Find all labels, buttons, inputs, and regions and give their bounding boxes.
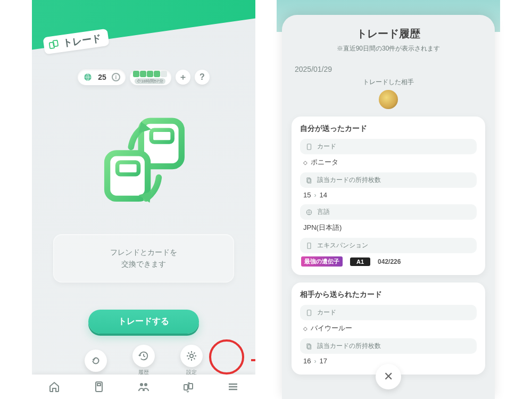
gear-icon [185,350,198,362]
field-lang: 言語 [300,204,477,220]
trade-token-pill[interactable]: 25 i [78,69,126,85]
arrow-right-icon: › [314,358,316,365]
card-icon [305,143,313,151]
bottom-nav [32,375,255,399]
annotation-circle [209,339,244,375]
trade-main-screen: トレード 25 i ⏱18時間57分 ＋ ? フレンドとカードを 交換できます … [32,0,255,399]
svg-rect-14 [97,384,101,386]
field-lang-label: 言語 [317,207,330,217]
back-arrow-icon [90,355,102,367]
nav-home-icon[interactable] [48,380,61,393]
history-icon [138,350,149,362]
prompt-text-box: フレンドとカードを 交換できます [53,234,234,282]
info-icon[interactable]: i [112,73,120,81]
field-expansion-label: エキスパンション [317,241,368,250]
pack-icon [305,242,313,250]
help-button[interactable]: ? [195,70,210,85]
sent-card-section: 自分が送ったカード カード ◇ ポニータ 該当カードの所持枚数 15 › 14 … [292,117,485,275]
expansion-code-badge: A1 [350,257,370,266]
svg-rect-18 [189,384,193,389]
globe-icon [305,209,313,216]
partner-avatar[interactable] [379,90,398,109]
field-card: カード [300,139,477,154]
prompt-line-2: 交換できます [54,258,234,270]
arrow-right-icon: › [314,192,316,199]
svg-point-16 [144,383,147,386]
svg-rect-1 [53,40,58,47]
trade-button[interactable]: トレードする [88,310,199,334]
sent-card-name: ◇ ポニータ [300,154,477,168]
add-button[interactable]: ＋ [176,70,190,85]
status-row: 25 i ⏱18時間57分 ＋ ? [32,69,255,85]
nav-card-icon[interactable] [93,380,105,393]
history-subtitle: ※直近90日間の30件が表示されます [292,44,485,53]
stack-icon [305,343,313,350]
svg-point-15 [140,383,143,386]
svg-rect-24 [307,310,311,315]
token-count: 25 [98,73,106,81]
settings-button[interactable]: 設定 [180,345,203,376]
field-count-label: 該当カードの所持枚数 [317,342,381,351]
prompt-line-1: フレンドとカードを [54,246,234,258]
trade-cards-icon [47,38,61,51]
expansion-number: 042/226 [378,258,401,265]
annotation-arrow-icon [250,354,255,367]
nav-menu-icon[interactable] [227,380,239,393]
field-card-label: カード [317,308,336,317]
received-card-section: 相手から送られたカード カード ◇ バイウールー 該当カードの所持枚数 16 ›… [292,282,485,375]
sent-lang: JPN(日本語) [300,220,477,234]
nav-social-icon[interactable] [137,380,150,393]
trade-date: 2025/01/29 [295,65,485,73]
stamina-pill[interactable]: ⏱18時間57分 [130,70,171,85]
field-expansion: エキスパンション [300,238,477,253]
partner-label: トレードした相手 [292,78,485,87]
svg-point-10 [190,354,193,358]
history-button[interactable]: 履歴 [132,345,155,376]
field-count-label: 該当カードの所持枚数 [317,176,381,185]
history-sheet: トレード履歴 ※直近90日間の30件が表示されます 2025/01/29 トレー… [282,15,495,399]
svg-rect-19 [307,144,311,149]
stamina-icons [133,71,167,77]
svg-rect-17 [184,385,188,390]
sent-count: 15 › 14 [300,188,477,200]
field-card: カード [300,305,477,320]
section-title-sent: 自分が送ったカード [300,124,477,134]
section-title-received: 相手から送られたカード [300,290,477,300]
field-card-label: カード [317,142,336,151]
card-icon [305,309,313,317]
svg-rect-23 [307,243,311,248]
expansion-name-badge: 最強の遺伝子 [301,256,343,267]
trade-illustration [90,112,197,213]
stamina-timer: ⏱18時間57分 [135,78,165,84]
nav-trade-icon[interactable] [182,380,195,393]
trade-history-screen: トレード履歴 ※直近90日間の30件が表示されます 2025/01/29 トレー… [277,0,500,399]
field-count: 該当カードの所持枚数 [300,172,477,188]
expansion-row: 最強の遺伝子 A1 042/226 [300,253,477,267]
screen-title: トレード [62,32,102,50]
recv-card-name: ◇ バイウールー [300,320,477,334]
globe-icon [83,72,93,82]
close-button[interactable]: ✕ [376,364,401,389]
stack-icon [305,177,313,184]
history-title: トレード履歴 [292,27,485,41]
back-button[interactable] [85,350,107,372]
field-count: 該当カードの所持枚数 [300,338,477,354]
